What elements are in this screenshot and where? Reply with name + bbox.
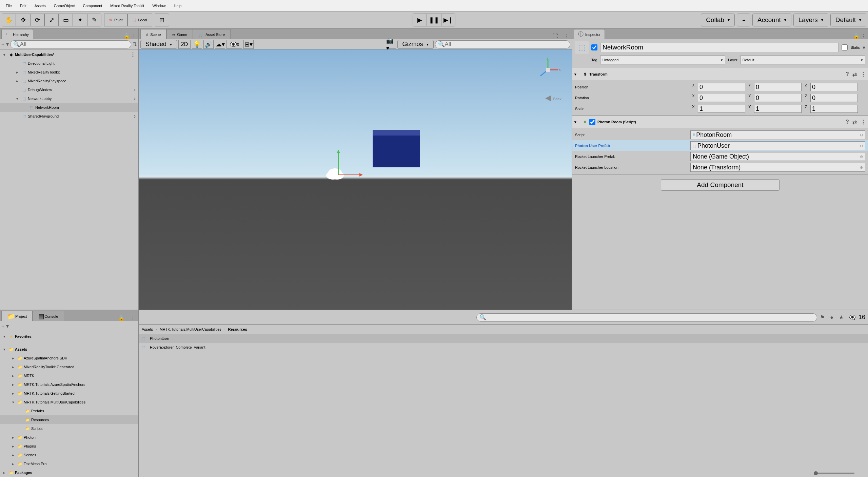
object-field[interactable]: None (Transform)⊙ bbox=[690, 163, 865, 172]
object-field[interactable]: None (Game Object)⊙ bbox=[690, 152, 865, 161]
hierarchy-item[interactable]: ⬚SharedPlayground› bbox=[0, 112, 138, 121]
add-component-button[interactable]: Add Component bbox=[661, 179, 780, 191]
gizmos-dropdown[interactable]: Gizmos bbox=[397, 40, 434, 49]
project-tree-item[interactable]: 📁Prefabs bbox=[0, 407, 138, 415]
menu-icon[interactable]: ⋮ bbox=[861, 119, 866, 125]
preset-icon[interactable]: ⇄ bbox=[852, 71, 857, 78]
component-enabled-checkbox[interactable] bbox=[589, 119, 595, 125]
y-input[interactable] bbox=[754, 83, 802, 91]
fx-toggle[interactable]: ☁▾ bbox=[215, 40, 225, 49]
custom-tool[interactable]: ✎ bbox=[87, 14, 101, 26]
step-button[interactable]: ▶❙ bbox=[441, 14, 455, 26]
active-checkbox[interactable] bbox=[591, 44, 597, 50]
breadcrumb-item[interactable]: Resources bbox=[228, 327, 247, 331]
rect-tool[interactable]: ▭ bbox=[59, 14, 73, 26]
lock-icon[interactable]: 🔒 bbox=[123, 33, 130, 39]
menu-icon[interactable]: ⋮ bbox=[127, 315, 138, 321]
menu-file[interactable]: File bbox=[2, 4, 16, 8]
object-field[interactable]: ⬚PhotonUser⊙ bbox=[690, 141, 865, 150]
tag-dropdown[interactable]: Untagged▾ bbox=[600, 56, 725, 64]
help-icon[interactable]: ? bbox=[846, 71, 849, 77]
layer-dropdown[interactable]: Default▾ bbox=[740, 56, 865, 64]
audio-toggle[interactable]: 🔊 bbox=[203, 40, 214, 49]
filter-icon[interactable]: ● bbox=[827, 314, 836, 320]
cloud-button[interactable]: ☁ bbox=[737, 14, 750, 26]
scene-view[interactable]: y x ◀ Back bbox=[139, 49, 572, 310]
x-input[interactable] bbox=[698, 94, 745, 102]
y-input[interactable] bbox=[754, 105, 802, 113]
project-tree-item[interactable]: ▸📁AzureSpatialAnchors.SDK bbox=[0, 354, 138, 362]
breadcrumb-item[interactable]: Assets bbox=[142, 327, 153, 331]
hierarchy-item[interactable]: ⬚DebugWindow› bbox=[0, 85, 138, 94]
hierarchy-search[interactable]: 🔍 bbox=[10, 40, 131, 48]
local-toggle[interactable]: ⬚Local bbox=[127, 14, 152, 26]
z-input[interactable] bbox=[810, 105, 858, 113]
menu-icon[interactable]: ⋮ bbox=[861, 33, 866, 39]
static-checkbox[interactable] bbox=[842, 44, 848, 50]
snap-toggle[interactable]: ⊞ bbox=[155, 14, 169, 26]
object-field[interactable]: #PhotonRoom⊙ bbox=[690, 130, 865, 139]
project-tree-item[interactable]: ▸📁Photon bbox=[0, 433, 138, 442]
create-dropdown[interactable]: + ▾ bbox=[1, 41, 9, 47]
project-tree-item[interactable]: ▸📁MRTK.Tutorials.GettingStarted bbox=[0, 389, 138, 398]
project-tree-item[interactable]: ▾📁MRTK.Tutorials.MultiUserCapabilities bbox=[0, 398, 138, 407]
hidden-icon[interactable]: 👁‍🗨 bbox=[846, 314, 859, 320]
hierarchy-item[interactable]: ▾⬚NetworkLobby› bbox=[0, 94, 138, 103]
back-button[interactable]: ◀ Back bbox=[545, 94, 561, 102]
menu-mrtk[interactable]: Mixed Reality Toolkit bbox=[106, 4, 148, 8]
hierarchy-item[interactable]: ▸⬚MixedRealityToolkit bbox=[0, 68, 138, 77]
y-input[interactable] bbox=[754, 94, 802, 102]
transform-tool[interactable]: ✦ bbox=[73, 14, 87, 26]
filter-icon[interactable]: ★ bbox=[836, 314, 846, 320]
scene-search[interactable]: 🔍 bbox=[435, 40, 570, 48]
z-input[interactable] bbox=[810, 83, 858, 91]
project-tree-item[interactable]: ▸📁TextMesh Pro bbox=[0, 459, 138, 468]
menu-icon[interactable]: ⋮ bbox=[861, 71, 866, 78]
sort-icon[interactable]: ⇅ bbox=[133, 41, 137, 47]
help-icon[interactable]: ? bbox=[846, 119, 849, 125]
tab-scene[interactable]: #Scene bbox=[140, 29, 166, 39]
menu-assets[interactable]: Assets bbox=[31, 4, 50, 8]
camera-icon[interactable]: 📷▾ bbox=[386, 40, 396, 49]
assets-root-row[interactable]: ▾📁 Assets bbox=[0, 345, 138, 354]
rotate-tool[interactable]: ⟳ bbox=[30, 14, 44, 26]
asset-item[interactable]: ⬚RoverExplorer_Complete_Variant bbox=[139, 343, 868, 352]
tab-project[interactable]: 📁 Project bbox=[1, 311, 33, 321]
hand-tool[interactable]: ✋ bbox=[2, 14, 16, 26]
lock-icon[interactable]: 🔒 bbox=[853, 33, 860, 39]
project-tree-item[interactable]: ▸📁MRTK.Tutorials.AzureSpatialAnchors bbox=[0, 380, 138, 389]
grid-toggle[interactable]: ⊞▾ bbox=[243, 40, 254, 49]
photon-room-header[interactable]: ▾# Photon Room (Script) ? ⇄ ⋮ bbox=[572, 116, 868, 128]
breadcrumb-item[interactable]: MRTK.Tutorials.MultiUserCapabilities bbox=[160, 327, 221, 331]
x-input[interactable] bbox=[698, 105, 745, 113]
hierarchy-item[interactable]: ▸⬚MixedRealityPlayspace bbox=[0, 77, 138, 85]
project-tree-item[interactable]: ▸📁Scenes bbox=[0, 451, 138, 459]
gameobject-name-input[interactable] bbox=[600, 43, 839, 52]
project-tree-item[interactable]: 📁Scripts bbox=[0, 424, 138, 433]
tab-game[interactable]: ∞Game bbox=[166, 29, 193, 39]
pivot-toggle[interactable]: ⊕Pivot bbox=[104, 14, 127, 26]
menu-icon[interactable]: ⋮ bbox=[131, 33, 137, 39]
menu-component[interactable]: Component bbox=[79, 4, 106, 8]
maximize-icon[interactable]: ⛶ bbox=[550, 33, 561, 39]
menu-help[interactable]: Help bbox=[170, 4, 186, 8]
layers-dropdown[interactable]: Layers bbox=[793, 14, 828, 26]
project-tree-item[interactable]: ▸📁MixedRealityToolkit.Generated bbox=[0, 362, 138, 371]
hierarchy-item[interactable]: ⬚NetworkRoom bbox=[0, 103, 138, 112]
move-tool[interactable]: ✥ bbox=[16, 14, 30, 26]
project-tree-item[interactable]: ▸📁Plugins bbox=[0, 442, 138, 451]
tab-asset-store[interactable]: 🛒Asset Store bbox=[193, 29, 231, 39]
project-search[interactable]: 🔍 bbox=[476, 313, 817, 322]
play-button[interactable]: ▶ bbox=[413, 14, 427, 26]
create-dropdown[interactable]: + ▾ bbox=[1, 323, 9, 329]
zoom-slider[interactable] bbox=[814, 473, 854, 474]
asset-item[interactable]: ⬚PhotonUser bbox=[139, 334, 868, 343]
tab-console[interactable]: ▤ Console bbox=[33, 311, 64, 321]
transform-header[interactable]: ▾⥮ Transform ? ⇄ ⋮ bbox=[572, 68, 868, 80]
z-input[interactable] bbox=[810, 94, 858, 102]
preset-icon[interactable]: ⇄ bbox=[852, 119, 857, 125]
favorites-row[interactable]: ▾★ Favorites bbox=[0, 332, 138, 341]
menu-edit[interactable]: Edit bbox=[16, 4, 31, 8]
pause-button[interactable]: ❚❚ bbox=[427, 14, 441, 26]
x-input[interactable] bbox=[698, 83, 745, 91]
